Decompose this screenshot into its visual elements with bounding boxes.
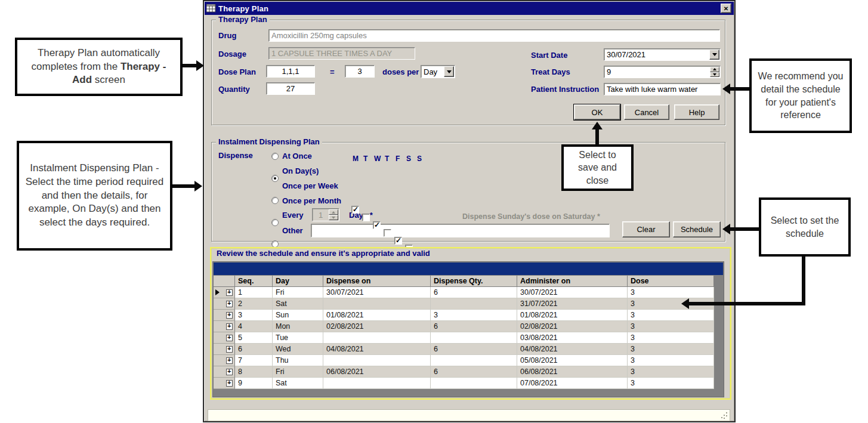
expand-icon[interactable] — [226, 335, 233, 341]
weekday-checkbox-thu[interactable] — [384, 229, 391, 237]
expand-icon[interactable] — [226, 323, 233, 330]
start-date-combo[interactable]: 30/07/2021 — [604, 48, 721, 61]
cell-day[interactable]: Fri — [273, 287, 323, 298]
cell-dispense-on[interactable] — [323, 378, 431, 389]
cell-dose[interactable]: 3 — [628, 332, 714, 344]
row-selector[interactable] — [214, 366, 235, 378]
row-selector[interactable] — [214, 310, 235, 321]
row-selector[interactable] — [214, 287, 235, 298]
cell-administer-on[interactable]: 31/07/2021 — [517, 298, 628, 310]
cell-dispense-on[interactable]: 30/07/2021 — [323, 287, 431, 298]
cell-administer-on[interactable]: 03/08/2021 — [517, 332, 628, 344]
table-row[interactable]: 1 Fri 30/07/2021 6 30/07/2021 3 — [214, 287, 714, 298]
cell-dose[interactable]: 3 — [628, 355, 714, 366]
clear-button[interactable]: Clear — [622, 221, 670, 237]
weekday-checkbox-fri[interactable] — [394, 237, 402, 245]
cell-administer-on[interactable]: 30/07/2021 — [517, 287, 628, 298]
grid-header-dispense-qty[interactable]: Dispense Qty. — [431, 276, 517, 287]
table-row[interactable]: 5 Tue 03/08/2021 3 — [214, 332, 714, 344]
cell-day[interactable]: Mon — [273, 321, 323, 332]
row-selector[interactable] — [214, 344, 235, 355]
cell-dose[interactable]: 3 — [628, 287, 714, 298]
cell-dispense-qty[interactable]: 6 — [431, 344, 517, 355]
row-selector[interactable] — [214, 321, 235, 332]
cell-seq[interactable]: 4 — [235, 321, 273, 332]
cell-seq[interactable]: 8 — [235, 366, 273, 378]
cell-day[interactable]: Sat — [273, 298, 323, 310]
row-selector[interactable] — [214, 378, 235, 389]
cell-seq[interactable]: 1 — [235, 287, 273, 298]
cell-dose[interactable]: 3 — [628, 321, 714, 332]
resize-grip-icon[interactable] — [726, 412, 727, 413]
expand-icon[interactable] — [226, 301, 233, 307]
cell-day[interactable]: Sun — [273, 310, 323, 321]
cell-dispense-on[interactable] — [323, 298, 431, 310]
cell-dispense-on[interactable]: 01/08/2021 — [323, 310, 431, 321]
table-row[interactable]: 8 Fri 06/08/2021 6 06/08/2021 3 — [214, 366, 714, 378]
grid-header-seq[interactable]: Seq. — [235, 276, 273, 287]
cell-day[interactable]: Thu — [273, 355, 323, 366]
cell-dispense-on[interactable] — [323, 355, 431, 366]
cell-administer-on[interactable]: 05/08/2021 — [517, 355, 628, 366]
cell-day[interactable]: Sat — [273, 378, 323, 389]
cell-administer-on[interactable]: 07/08/2021 — [517, 378, 628, 389]
grid-header-day[interactable]: Day — [273, 276, 323, 287]
cell-dose[interactable]: 3 — [628, 366, 714, 378]
period-dropdown-button[interactable] — [444, 66, 454, 77]
table-row[interactable]: 6 Wed 04/08/2021 6 04/08/2021 3 — [214, 344, 714, 355]
radio-once-per-week[interactable] — [271, 197, 279, 204]
cancel-button[interactable]: Cancel — [624, 104, 669, 120]
ok-button[interactable]: OK — [574, 104, 620, 120]
row-selector[interactable] — [214, 355, 235, 366]
doses-count-field[interactable]: 3 — [345, 65, 375, 78]
table-row[interactable]: 7 Thu 05/08/2021 3 — [214, 355, 714, 366]
cell-dose[interactable]: 3 — [628, 310, 714, 321]
cell-dispense-on[interactable]: 06/08/2021 — [323, 366, 431, 378]
cell-administer-on[interactable]: 06/08/2021 — [517, 366, 628, 378]
cell-dispense-qty[interactable] — [431, 298, 517, 310]
cell-dispense-qty[interactable] — [431, 355, 517, 366]
help-button[interactable]: Help — [674, 104, 719, 120]
cell-day[interactable]: Tue — [273, 332, 323, 344]
expand-icon[interactable] — [226, 369, 233, 375]
cell-dispense-qty[interactable]: 6 — [431, 366, 517, 378]
table-row[interactable]: 9 Sat 07/08/2021 3 — [214, 378, 714, 389]
weekday-checkbox-wed[interactable] — [373, 221, 381, 229]
treat-days-field[interactable]: 9 — [604, 66, 721, 78]
titlebar[interactable]: Therapy Plan ✕ — [205, 2, 734, 15]
spin-up-icon[interactable] — [710, 67, 719, 72]
radio-on-days[interactable] — [271, 175, 279, 182]
cell-dispense-on[interactable] — [323, 332, 431, 344]
cell-dispense-qty[interactable] — [431, 332, 517, 344]
expand-icon[interactable] — [226, 289, 233, 296]
cell-administer-on[interactable]: 01/08/2021 — [517, 310, 628, 321]
expand-icon[interactable] — [226, 357, 233, 364]
expand-icon[interactable] — [226, 380, 233, 387]
treat-days-spinner[interactable] — [710, 67, 719, 77]
grid-header-dispense-on[interactable]: Dispense on — [323, 276, 431, 287]
cell-administer-on[interactable]: 04/08/2021 — [517, 344, 628, 355]
cell-dispense-on[interactable]: 02/08/2021 — [323, 321, 431, 332]
cell-seq[interactable]: 3 — [235, 310, 273, 321]
period-select[interactable]: Day — [421, 65, 455, 78]
expand-icon[interactable] — [226, 346, 233, 353]
patient-instruction-field[interactable]: Take with luke warm water — [604, 83, 721, 95]
cell-dispense-qty[interactable]: 6 — [431, 287, 517, 298]
dose-plan-field[interactable]: 1,1,1 — [266, 65, 315, 78]
cell-seq[interactable]: 7 — [235, 355, 273, 366]
cell-dose[interactable]: 3 — [628, 378, 714, 389]
table-row[interactable]: 2 Sat 31/07/2021 3 — [214, 298, 714, 310]
grid-header-administer-on[interactable]: Administer on — [517, 276, 628, 287]
other-field[interactable] — [311, 224, 610, 237]
table-row[interactable]: 4 Mon 02/08/2021 6 02/08/2021 3 — [214, 321, 714, 332]
cell-dispense-on[interactable]: 04/08/2021 — [323, 344, 431, 355]
cell-seq[interactable]: 6 — [235, 344, 273, 355]
close-icon[interactable]: ✕ — [721, 4, 731, 13]
expand-icon[interactable] — [226, 312, 233, 319]
schedule-button[interactable]: Schedule — [673, 221, 721, 237]
drug-field[interactable]: Amoxicillin 250mg capsules — [268, 29, 720, 42]
cell-dose[interactable]: 3 — [628, 344, 714, 355]
cell-dispense-qty[interactable] — [431, 378, 517, 389]
row-selector[interactable] — [214, 332, 235, 344]
schedule-grid[interactable]: Seq. Day Dispense on Dispense Qty. Admin… — [212, 261, 724, 397]
